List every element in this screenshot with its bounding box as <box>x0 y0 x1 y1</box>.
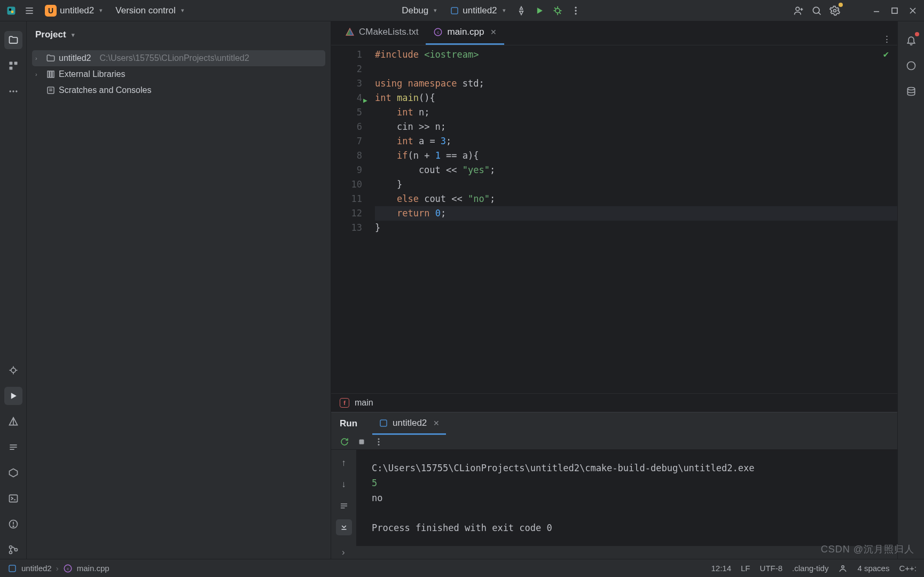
scroll-down-icon[interactable]: ↓ <box>336 477 352 493</box>
vcs-menu[interactable]: Version control ▾ <box>110 3 189 19</box>
chevron-down-icon: ▾ <box>503 7 506 14</box>
chevron-down-icon: ▾ <box>72 32 75 38</box>
run-side-rail: ↑ ↓ <box>331 450 357 546</box>
chevron-down-icon: ▾ <box>434 7 437 14</box>
line-separator[interactable]: LF <box>741 564 750 573</box>
caret-position[interactable]: 12:14 <box>711 564 731 573</box>
module-icon <box>7 564 17 573</box>
cmake-tool-icon[interactable] <box>4 412 22 431</box>
project-tree: › untitled2 C:\Users\15755\CLionProjects… <box>27 48 331 98</box>
rerun-icon[interactable] <box>340 437 349 447</box>
sidebar-header[interactable]: Project ▾ <box>27 21 331 48</box>
project-tool-icon[interactable] <box>4 31 22 49</box>
database-icon[interactable] <box>902 82 920 100</box>
build-button[interactable] <box>513 3 529 19</box>
project-name: untitled2 <box>60 5 94 16</box>
svg-text:c: c <box>437 30 440 35</box>
svg-line-14 <box>559 12 561 14</box>
line-gutter: 12345678910111213▶ <box>331 45 375 393</box>
tree-external-label: External Libraries <box>59 69 126 79</box>
notifications-icon[interactable] <box>902 31 920 49</box>
tabbar-more-icon[interactable]: ⋮ <box>876 34 897 45</box>
nav-project[interactable]: untitled2 <box>21 564 52 573</box>
messages-tool-icon[interactable] <box>4 438 22 456</box>
problems-tool-icon[interactable] <box>4 515 22 533</box>
more-actions-icon[interactable] <box>568 3 584 19</box>
code-editor[interactable]: ✔ 12345678910111213▶ #include <iostream>… <box>331 45 897 393</box>
ai-assistant-icon[interactable] <box>902 57 920 75</box>
scroll-to-end-icon[interactable] <box>336 519 352 535</box>
tree-root-path: C:\Users\15755\CLionProjects\untitled2 <box>100 53 249 63</box>
tree-external-libs[interactable]: › External Libraries <box>32 66 325 82</box>
svg-line-13 <box>554 7 556 9</box>
svg-marker-45 <box>9 469 17 477</box>
linter-profile[interactable]: .clang-tidy <box>792 564 828 573</box>
svg-point-17 <box>575 13 576 14</box>
services-tool-icon[interactable] <box>4 464 22 482</box>
debug-tool-icon[interactable] <box>4 361 22 379</box>
close-icon[interactable]: ✕ <box>490 28 497 36</box>
nav-file[interactable]: main.cpp <box>77 564 109 573</box>
svg-point-67 <box>378 439 380 440</box>
svg-point-68 <box>378 441 380 443</box>
stop-icon[interactable] <box>357 437 366 447</box>
run-button[interactable] <box>531 3 547 19</box>
chevron-down-icon: ▾ <box>99 7 103 14</box>
svg-rect-30 <box>9 67 12 70</box>
svg-point-34 <box>11 368 15 372</box>
run-target-selector[interactable]: untitled2 ▾ <box>444 3 511 19</box>
more-tools-icon[interactable] <box>4 82 22 100</box>
svg-rect-56 <box>52 71 54 77</box>
chevron-right-icon[interactable]: › <box>342 547 345 558</box>
code-body[interactable]: #include <iostream> using namespace std;… <box>375 45 897 393</box>
close-icon[interactable]: ✕ <box>433 419 440 427</box>
svg-rect-25 <box>892 8 897 13</box>
code-with-me-icon[interactable] <box>790 3 806 19</box>
main-menu-icon[interactable] <box>21 3 37 19</box>
soft-wrap-icon[interactable] <box>336 498 352 514</box>
svg-point-52 <box>9 551 12 554</box>
run-tab[interactable]: untitled2 ✕ <box>372 412 446 435</box>
search-icon[interactable] <box>809 3 825 19</box>
run-config-label: Debug <box>402 5 428 16</box>
svg-rect-75 <box>9 565 15 572</box>
run-config-selector[interactable]: Debug ▾ <box>396 3 442 19</box>
tree-scratches-label: Scratches and Consoles <box>59 85 151 95</box>
svg-point-16 <box>575 10 576 11</box>
maximize-button[interactable] <box>887 3 903 19</box>
debug-button[interactable] <box>550 3 566 19</box>
notification-dot <box>915 32 919 36</box>
editor-tab[interactable]: cmain.cpp✕ <box>426 21 504 45</box>
read-only-icon[interactable] <box>838 564 848 573</box>
tree-root[interactable]: › untitled2 C:\Users\15755\CLionProjects… <box>32 50 325 66</box>
editor-tab[interactable]: CMakeLists.txt <box>338 21 426 45</box>
structure-tool-icon[interactable] <box>4 57 22 75</box>
editor-area: CMakeLists.txtcmain.cpp✕ ⋮ ✔ 12345678910… <box>331 21 897 559</box>
svg-marker-39 <box>11 393 16 399</box>
settings-icon[interactable] <box>827 3 843 19</box>
file-encoding[interactable]: UTF-8 <box>760 564 783 573</box>
scroll-up-icon[interactable]: ↑ <box>336 455 352 471</box>
chevron-right-icon: › <box>35 55 43 61</box>
language-mode[interactable]: C++: <box>899 564 917 573</box>
indent-setting[interactable]: 4 spaces <box>857 564 889 573</box>
project-selector[interactable]: U untitled2 ▾ <box>40 3 108 19</box>
svg-point-69 <box>378 444 380 446</box>
app-logo[interactable] <box>3 3 19 19</box>
terminal-tool-icon[interactable] <box>4 489 22 508</box>
breadcrumb[interactable]: f main <box>331 393 897 412</box>
run-more-icon[interactable] <box>374 437 383 447</box>
run-title: Run <box>340 418 357 429</box>
status-bar: untitled2 › c main.cpp 12:14 LF UTF-8 .c… <box>0 559 924 577</box>
vcs-tool-icon[interactable] <box>4 541 22 559</box>
gutter-run-icon[interactable]: ▶ <box>363 93 367 107</box>
svg-point-32 <box>12 90 14 92</box>
run-output[interactable]: C:\Users\15755\CLionProjects\untitled2\c… <box>357 450 897 546</box>
run-tool-icon[interactable] <box>4 387 22 405</box>
close-button[interactable] <box>905 3 921 19</box>
editor-tabbar: CMakeLists.txtcmain.cpp✕ ⋮ <box>331 21 897 45</box>
tree-scratches[interactable]: Scratches and Consoles <box>32 82 325 98</box>
right-tool-rail <box>897 21 924 559</box>
minimize-button[interactable] <box>868 3 884 19</box>
chevron-right-icon: › <box>35 71 43 77</box>
